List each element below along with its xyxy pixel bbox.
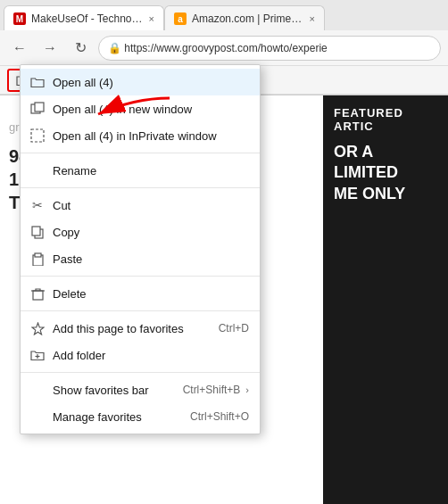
page-right-panel: FEATURED ARTIC OR A LIMITED ME ONLY	[323, 95, 448, 504]
promo-line2: ME ONLY	[334, 184, 437, 204]
promo-text: OR A LIMITED ME ONLY	[334, 142, 437, 204]
menu-item-copy[interactable]: Copy	[21, 219, 260, 245]
menu-section-rename: Rename	[21, 153, 260, 188]
tab-title-2: Amazon.com | Prime Day 2019	[192, 12, 304, 25]
cut-label: Cut	[53, 199, 249, 212]
menu-item-rename[interactable]: Rename	[21, 157, 260, 184]
paste-icon	[29, 251, 46, 267]
back-button[interactable]: ←	[7, 36, 32, 61]
open-all-icon	[29, 74, 46, 90]
menu-item-manage-favorites[interactable]: Manage favorites Ctrl+Shift+O	[21, 403, 260, 430]
svg-marker-13	[32, 323, 44, 335]
open-all-label: Open all (4)	[53, 76, 249, 89]
address-bar[interactable]: 🔒 https://www.groovypost.com/howto/exper…	[98, 36, 441, 61]
tab-favicon-2: a	[174, 12, 187, 25]
svg-text:M: M	[16, 14, 23, 24]
manage-favorites-shortcut: Ctrl+Shift+O	[190, 410, 249, 423]
context-menu: Open all (4) Open all (4) in new window …	[20, 64, 261, 434]
rename-label: Rename	[53, 164, 249, 178]
address-text: https://www.groovypost.com/howto/experie	[124, 42, 327, 54]
menu-section-add: Add this page to favorites Ctrl+D Add fo…	[21, 311, 260, 373]
featured-label: FEATURED ARTIC	[334, 106, 437, 133]
refresh-button[interactable]: ↻	[68, 36, 93, 61]
tab-makeuseOf[interactable]: M MakeUseOf - Technology, Simpl... ×	[4, 5, 164, 30]
open-new-window-icon	[29, 101, 46, 117]
tab-bar: M MakeUseOf - Technology, Simpl... × a A…	[0, 0, 448, 30]
menu-item-open-all-inprivate[interactable]: Open all (4) in InPrivate window	[21, 122, 260, 149]
paste-label: Paste	[53, 252, 249, 266]
add-to-favorites-shortcut: Ctrl+D	[219, 322, 249, 335]
menu-item-open-all[interactable]: Open all (4)	[21, 69, 260, 95]
show-favorites-bar-label: Show favorites bar	[53, 384, 165, 397]
tab-favicon-1: M	[13, 12, 26, 25]
svg-text:a: a	[178, 14, 183, 24]
forward-button[interactable]: →	[37, 36, 62, 61]
menu-section-manage: Show favorites bar Ctrl+Shift+B › Manage…	[21, 373, 260, 434]
menu-item-add-folder[interactable]: Add folder	[21, 342, 260, 368]
menu-item-add-to-favorites[interactable]: Add this page to favorites Ctrl+D	[21, 315, 260, 342]
svg-rect-11	[33, 291, 43, 300]
tab-title-1: MakeUseOf - Technology, Simpl...	[31, 12, 144, 25]
menu-item-open-all-new-window[interactable]: Open all (4) in new window	[21, 95, 260, 122]
svg-rect-6	[31, 129, 44, 142]
open-all-new-window-label: Open all (4) in new window	[53, 103, 249, 116]
show-favorites-bar-arrow: ›	[245, 384, 249, 395]
lock-icon: 🔒	[108, 42, 121, 54]
menu-item-paste[interactable]: Paste	[21, 245, 260, 272]
copy-icon	[29, 224, 46, 240]
trash-icon	[29, 285, 46, 302]
add-to-favorites-label: Add this page to favorites	[53, 322, 201, 335]
manage-favorites-label: Manage favorites	[53, 410, 172, 424]
tab-close-2[interactable]: ×	[310, 13, 315, 24]
add-folder-label: Add folder	[53, 349, 249, 362]
cut-icon: ✂	[29, 197, 46, 213]
promo-line1: OR A LIMITED	[334, 142, 437, 184]
open-all-inprivate-label: Open all (4) in InPrivate window	[53, 129, 249, 143]
svg-rect-5	[35, 103, 44, 112]
menu-item-cut[interactable]: ✂ Cut	[21, 192, 260, 219]
folder-add-icon	[29, 347, 46, 363]
delete-label: Delete	[53, 287, 249, 301]
star-icon	[29, 320, 46, 336]
menu-item-show-favorites-bar[interactable]: Show favorites bar Ctrl+Shift+B ›	[21, 376, 260, 403]
tab-amazon[interactable]: a Amazon.com | Prime Day 2019 ×	[164, 5, 325, 30]
open-inprivate-icon	[29, 128, 46, 144]
svg-rect-10	[35, 253, 41, 257]
copy-label: Copy	[53, 226, 249, 239]
menu-item-delete[interactable]: Delete	[21, 280, 260, 307]
menu-section-clipboard: ✂ Cut Copy Paste	[21, 188, 260, 277]
tab-close-1[interactable]: ×	[149, 13, 154, 24]
nav-bar: ← → ↻ 🔒 https://www.groovypost.com/howto…	[0, 30, 448, 66]
menu-section-open: Open all (4) Open all (4) in new window …	[21, 65, 260, 153]
show-favorites-bar-shortcut: Ctrl+Shift+B	[183, 384, 241, 396]
menu-section-delete: Delete	[21, 277, 260, 311]
svg-rect-8	[32, 227, 40, 235]
